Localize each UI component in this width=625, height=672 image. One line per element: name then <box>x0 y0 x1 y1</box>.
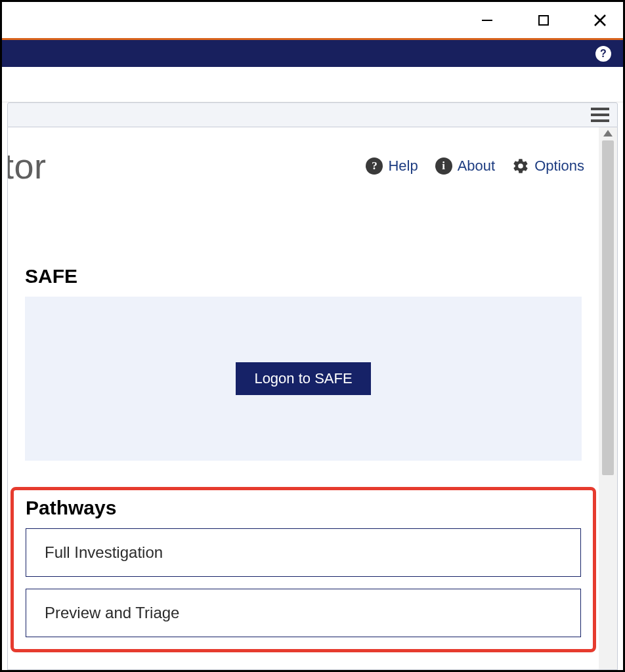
about-link[interactable]: i About <box>435 158 496 175</box>
title-row: tor ? Help i About <box>8 134 599 206</box>
page-title: tor <box>8 146 47 186</box>
help-link[interactable]: ? Help <box>366 158 418 175</box>
svg-rect-1 <box>539 16 548 25</box>
title-actions: ? Help i About Options <box>366 158 584 175</box>
options-link[interactable]: Options <box>512 158 584 175</box>
pathway-preview-triage[interactable]: Preview and Triage <box>26 589 581 637</box>
close-button[interactable] <box>585 5 615 35</box>
minimize-button[interactable] <box>472 5 502 35</box>
logon-safe-button[interactable]: Logon to SAFE <box>236 362 370 395</box>
toolbar-strip <box>7 102 618 127</box>
safe-section: SAFE Logon to SAFE <box>8 206 599 461</box>
pathway-full-investigation[interactable]: Full Investigation <box>26 528 581 577</box>
scrollbar-thumb[interactable] <box>602 140 614 475</box>
maximize-button[interactable] <box>528 5 559 35</box>
safe-heading: SAFE <box>25 265 582 287</box>
pathways-heading: Pathways <box>26 497 581 519</box>
question-icon: ? <box>366 158 383 175</box>
info-icon: i <box>435 158 452 175</box>
vertical-scrollbar[interactable] <box>599 127 617 669</box>
help-label: Help <box>388 158 418 175</box>
safe-panel: Logon to SAFE <box>25 297 582 461</box>
app-window: ? tor ? Help i About <box>0 0 625 672</box>
gear-icon <box>512 158 529 175</box>
header-help-icon[interactable]: ? <box>595 46 611 62</box>
about-label: About <box>458 158 496 175</box>
app-header-bar: ? <box>2 38 623 67</box>
hamburger-menu-icon[interactable] <box>591 108 609 122</box>
content-scroll: tor ? Help i About <box>8 127 599 669</box>
options-label: Options <box>534 158 584 175</box>
content-wrap: tor ? Help i About <box>7 127 618 670</box>
sub-header-strip <box>2 67 623 102</box>
pathways-section: Pathways Full Investigation Preview and … <box>11 487 596 652</box>
scroll-up-icon[interactable] <box>603 130 613 136</box>
titlebar <box>2 2 623 38</box>
